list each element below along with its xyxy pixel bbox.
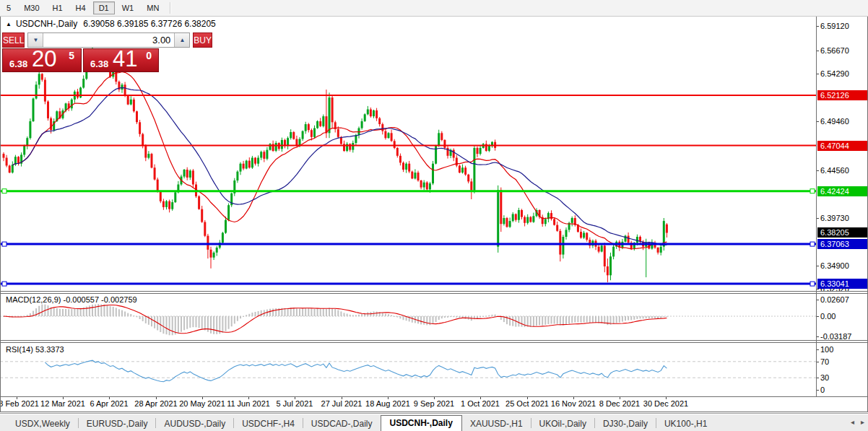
date-axis-label: 30 Dec 2021	[643, 399, 688, 408]
timeframe-button-5[interactable]: 5	[1, 1, 17, 14]
chart-ohlc-values: 6.39058 6.39185 6.37726 6.38205	[83, 19, 216, 29]
tab-dj30-daily[interactable]: DJ30-,Daily	[595, 417, 656, 431]
volume-input[interactable]	[43, 33, 174, 47]
tab-usdx-weekly[interactable]: USDX,Weekly	[7, 417, 78, 431]
price-axis-label: 6.56670	[820, 46, 867, 56]
rsi-axis-label: 30	[820, 373, 867, 383]
price-axis-label: 6.49460	[820, 117, 867, 126]
line-drag-handle[interactable]	[810, 242, 815, 246]
sell-button[interactable]: SELL	[2, 32, 25, 48]
line-drag-handle[interactable]	[2, 189, 6, 193]
buy-button[interactable]: BUY	[193, 32, 212, 48]
hline-price-flag: 6.37063	[817, 239, 868, 249]
hline-price-flag: 6.47044	[817, 141, 868, 151]
timeframe-button-mn[interactable]: MN	[141, 1, 165, 14]
ma-line-slow	[12, 87, 667, 245]
hline-price-flag: 6.42424	[817, 186, 868, 196]
tab-usdchf-h4[interactable]: USDCHF-,H4	[234, 417, 303, 431]
timeframe-button-w1[interactable]: W1	[116, 1, 140, 14]
date-axis-label: 8 Dec 2021	[599, 399, 640, 408]
date-axis-label: 1 Oct 2021	[461, 399, 500, 408]
timeframe-toolbar: 5M30H1H4D1W1MN	[0, 0, 868, 17]
chart-title: ▲USDCNH-,Daily6.39058 6.39185 6.37726 6.…	[6, 19, 216, 29]
tabs-scroll-right-icon[interactable]: ▸	[861, 418, 864, 426]
macd-axis-label: 0.00	[820, 312, 867, 321]
price-axis-label: 6.59120	[820, 22, 867, 31]
timeframe-button-h4[interactable]: H4	[70, 1, 92, 14]
date-axis-label: 9 Sep 2021	[414, 399, 454, 408]
tabs-scroll-left-icon[interactable]: ◂	[851, 418, 854, 426]
macd-indicator-label: MACD(12,26,9) -0.000557 -0.002759	[6, 295, 137, 304]
rsi-axis-label: 100	[820, 345, 867, 354]
ask-point-digit: 0	[146, 50, 152, 61]
price-axis-label: 6.39730	[820, 214, 867, 223]
timeframe-button-h1[interactable]: H1	[47, 1, 69, 14]
tab-eurusd-daily[interactable]: EURUSD-,Daily	[79, 417, 156, 431]
date-axis-label: 12 Mar 2021	[40, 399, 85, 408]
rsi-axis-label: 70	[820, 357, 867, 367]
candlesticks	[3, 45, 668, 282]
current-price-flag: 6.38205	[817, 227, 868, 238]
date-axis-label: 20 May 2021	[179, 399, 225, 408]
symbol-tab-bar: USDX,WeeklyEURUSD-,DailyAUDUSD-,DailyUSD…	[0, 413, 868, 431]
timeframe-button-m30[interactable]: M30	[18, 1, 45, 14]
macd-axis-label: 0.02607	[820, 295, 867, 305]
ask-prefix: 6.38	[90, 58, 108, 69]
line-drag-handle[interactable]	[2, 282, 6, 286]
timeframe-button-d1[interactable]: D1	[93, 1, 115, 14]
toolbar-separator	[170, 2, 171, 14]
date-axis-label: 27 Jul 2021	[321, 399, 363, 408]
ask-big-digits: 41	[113, 46, 137, 72]
volume-box: ▼ ▲	[27, 32, 190, 48]
horizontal-level-lines[interactable]	[0, 95, 816, 286]
line-drag-handle[interactable]	[810, 189, 815, 193]
bid-point-digit: 5	[69, 50, 74, 61]
price-axis-label: 6.44560	[820, 166, 867, 175]
volume-increase-arrow-icon[interactable]: ▲	[174, 33, 189, 47]
bid-prefix: 6.38	[9, 58, 27, 69]
tab-ukoil-daily[interactable]: UKOil-,Daily	[531, 417, 594, 431]
date-axis-label: 28 Apr 2021	[134, 399, 177, 408]
price-axis-label: 6.34900	[820, 261, 867, 271]
ask-price-button[interactable]: 6.38 41 0	[83, 48, 159, 72]
date-axis-label: 16 Nov 2021	[551, 399, 596, 408]
hline-price-flag: 6.52126	[817, 90, 868, 100]
chart-symbol-period: USDCNH-,Daily	[16, 19, 77, 29]
price-axis-label: 6.54290	[820, 69, 867, 79]
rsi-indicator-label: RSI(14) 53.3373	[6, 345, 64, 354]
volume-decrease-arrow-icon[interactable]: ▼	[28, 33, 43, 47]
date-axis-label: 5 Jul 2021	[277, 399, 313, 408]
date-axis-label: 11 Jun 2021	[227, 399, 270, 408]
rsi-line	[45, 360, 667, 382]
line-drag-handle[interactable]	[2, 242, 6, 246]
tab-audusd-daily[interactable]: AUDUSD-,Daily	[156, 417, 233, 431]
bid-price-button[interactable]: 6.38 20 5	[2, 48, 82, 72]
mt4-terminal: 5M30H1H4D1W1MN 6.591206.566706.542906.49…	[0, 0, 868, 431]
ma-line-fast	[12, 72, 667, 249]
tab-usdcad-daily[interactable]: USDCAD-,Daily	[303, 417, 381, 431]
tab-usdcnh-daily[interactable]: USDCNH-,Daily	[381, 415, 462, 431]
bid-big-digits: 20	[32, 46, 56, 72]
one-click-trading-panel: SELL ▼ ▲ BUY 6.38 20 5 6.38 41 0	[2, 32, 160, 72]
date-axis-label: 25 Oct 2021	[505, 399, 549, 408]
date-axis-label: 18 Aug 2021	[365, 399, 410, 408]
collapse-arrow-icon[interactable]: ▲	[6, 21, 12, 27]
date-axis-label: 18 Feb 2021	[0, 399, 39, 408]
date-axis-label: 6 Apr 2021	[90, 399, 128, 408]
tab-uk100-h1[interactable]: UK100-,H1	[656, 417, 715, 431]
hline-price-flag: 6.33041	[817, 279, 868, 289]
tab-xauusd-h1[interactable]: XAUUSD-,H1	[462, 417, 531, 431]
line-drag-handle[interactable]	[810, 282, 815, 286]
rsi-axis-label: 0	[820, 386, 867, 395]
